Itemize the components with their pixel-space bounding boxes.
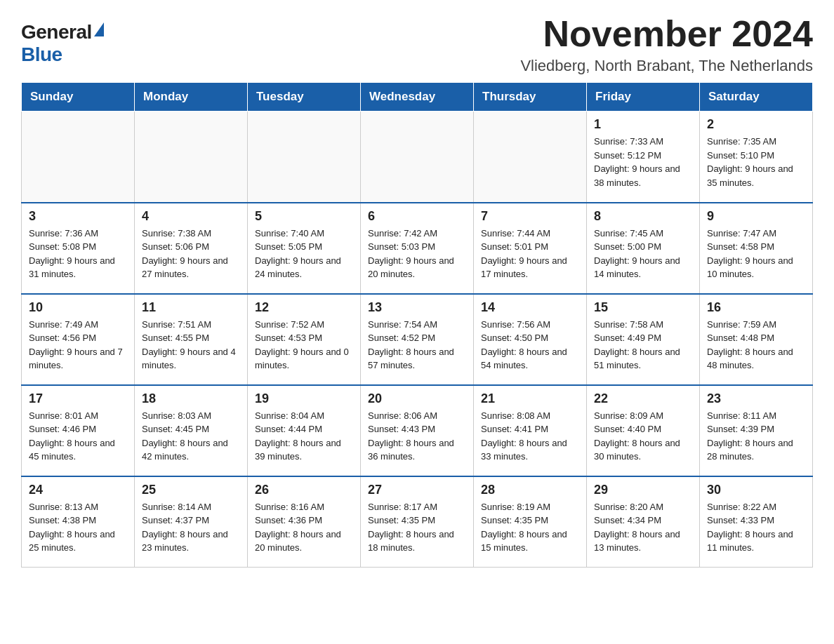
- day-number: 22: [594, 391, 692, 406]
- day-info: Sunrise: 7:42 AM Sunset: 5:03 PM Dayligh…: [368, 227, 466, 281]
- header: General Blue November 2024 Vliedberg, No…: [21, 14, 813, 75]
- week-row-4: 17Sunrise: 8:01 AM Sunset: 4:46 PM Dayli…: [22, 385, 813, 476]
- day-number: 6: [368, 209, 466, 224]
- day-number: 29: [594, 483, 692, 497]
- week-row-3: 10Sunrise: 7:49 AM Sunset: 4:56 PM Dayli…: [22, 294, 813, 385]
- day-number: 11: [142, 300, 240, 315]
- week-row-2: 3Sunrise: 7:36 AM Sunset: 5:08 PM Daylig…: [22, 203, 813, 294]
- calendar-cell: 23Sunrise: 8:11 AM Sunset: 4:39 PM Dayli…: [700, 385, 813, 476]
- day-number: 10: [29, 300, 127, 315]
- day-number: 5: [255, 209, 353, 224]
- header-thursday: Thursday: [474, 83, 587, 112]
- day-info: Sunrise: 7:47 AM Sunset: 4:58 PM Dayligh…: [707, 227, 805, 281]
- day-number: 27: [368, 483, 466, 497]
- day-number: 14: [481, 300, 579, 315]
- header-friday: Friday: [587, 83, 700, 112]
- calendar-cell: [474, 112, 587, 203]
- day-info: Sunrise: 7:58 AM Sunset: 4:49 PM Dayligh…: [594, 318, 692, 373]
- day-info: Sunrise: 8:09 AM Sunset: 4:40 PM Dayligh…: [594, 409, 692, 464]
- day-info: Sunrise: 8:20 AM Sunset: 4:34 PM Dayligh…: [594, 500, 692, 555]
- header-tuesday: Tuesday: [248, 83, 361, 112]
- day-number: 9: [707, 209, 805, 224]
- day-number: 19: [255, 391, 353, 406]
- week-row-5: 24Sunrise: 8:13 AM Sunset: 4:38 PM Dayli…: [22, 476, 813, 568]
- calendar-cell: 28Sunrise: 8:19 AM Sunset: 4:35 PM Dayli…: [474, 476, 587, 568]
- calendar-table: SundayMondayTuesdayWednesdayThursdayFrid…: [21, 82, 813, 568]
- day-info: Sunrise: 8:11 AM Sunset: 4:39 PM Dayligh…: [707, 409, 805, 464]
- calendar-cell: 29Sunrise: 8:20 AM Sunset: 4:34 PM Dayli…: [587, 476, 700, 568]
- day-info: Sunrise: 7:51 AM Sunset: 4:55 PM Dayligh…: [142, 318, 240, 373]
- day-info: Sunrise: 8:17 AM Sunset: 4:35 PM Dayligh…: [368, 500, 466, 555]
- header-monday: Monday: [135, 83, 248, 112]
- calendar-cell: 1Sunrise: 7:33 AM Sunset: 5:12 PM Daylig…: [587, 112, 700, 203]
- calendar-cell: 9Sunrise: 7:47 AM Sunset: 4:58 PM Daylig…: [700, 203, 813, 294]
- day-number: 7: [481, 209, 579, 224]
- day-info: Sunrise: 7:35 AM Sunset: 5:10 PM Dayligh…: [707, 135, 805, 189]
- day-number: 1: [594, 117, 692, 132]
- day-info: Sunrise: 8:04 AM Sunset: 4:44 PM Dayligh…: [255, 409, 353, 464]
- calendar-cell: 13Sunrise: 7:54 AM Sunset: 4:52 PM Dayli…: [361, 294, 474, 385]
- day-number: 17: [29, 391, 127, 406]
- day-number: 13: [368, 300, 466, 315]
- day-info: Sunrise: 7:38 AM Sunset: 5:06 PM Dayligh…: [142, 227, 240, 281]
- day-info: Sunrise: 7:36 AM Sunset: 5:08 PM Dayligh…: [29, 227, 127, 281]
- calendar-cell: 18Sunrise: 8:03 AM Sunset: 4:45 PM Dayli…: [135, 385, 248, 476]
- calendar-cell: 22Sunrise: 8:09 AM Sunset: 4:40 PM Dayli…: [587, 385, 700, 476]
- calendar-cell: 30Sunrise: 8:22 AM Sunset: 4:33 PM Dayli…: [700, 476, 813, 568]
- calendar-cell: 26Sunrise: 8:16 AM Sunset: 4:36 PM Dayli…: [248, 476, 361, 568]
- calendar-cell: 17Sunrise: 8:01 AM Sunset: 4:46 PM Dayli…: [22, 385, 135, 476]
- day-info: Sunrise: 8:14 AM Sunset: 4:37 PM Dayligh…: [142, 500, 240, 555]
- day-number: 25: [142, 483, 240, 497]
- day-number: 2: [707, 117, 805, 132]
- day-info: Sunrise: 8:08 AM Sunset: 4:41 PM Dayligh…: [481, 409, 579, 464]
- day-info: Sunrise: 8:06 AM Sunset: 4:43 PM Dayligh…: [368, 409, 466, 464]
- day-number: 18: [142, 391, 240, 406]
- calendar-cell: 27Sunrise: 8:17 AM Sunset: 4:35 PM Dayli…: [361, 476, 474, 568]
- header-wednesday: Wednesday: [361, 83, 474, 112]
- calendar-cell: 21Sunrise: 8:08 AM Sunset: 4:41 PM Dayli…: [474, 385, 587, 476]
- logo-blue-text: Blue: [21, 43, 62, 66]
- calendar-cell: [361, 112, 474, 203]
- day-number: 3: [29, 209, 127, 224]
- day-info: Sunrise: 7:45 AM Sunset: 5:00 PM Dayligh…: [594, 227, 692, 281]
- calendar-cell: 15Sunrise: 7:58 AM Sunset: 4:49 PM Dayli…: [587, 294, 700, 385]
- day-info: Sunrise: 7:49 AM Sunset: 4:56 PM Dayligh…: [29, 318, 127, 373]
- day-info: Sunrise: 8:16 AM Sunset: 4:36 PM Dayligh…: [255, 500, 353, 555]
- header-saturday: Saturday: [700, 83, 813, 112]
- day-number: 16: [707, 300, 805, 315]
- day-number: 21: [481, 391, 579, 406]
- day-number: 23: [707, 391, 805, 406]
- location-title: Vliedberg, North Brabant, The Netherland…: [520, 57, 813, 75]
- day-number: 28: [481, 483, 579, 497]
- title-area: November 2024 Vliedberg, North Brabant, …: [520, 14, 813, 75]
- month-title: November 2024: [520, 14, 813, 54]
- day-info: Sunrise: 8:22 AM Sunset: 4:33 PM Dayligh…: [707, 500, 805, 555]
- calendar-cell: [135, 112, 248, 203]
- day-number: 12: [255, 300, 353, 315]
- calendar-cell: [248, 112, 361, 203]
- calendar-cell: 25Sunrise: 8:14 AM Sunset: 4:37 PM Dayli…: [135, 476, 248, 568]
- day-number: 15: [594, 300, 692, 315]
- day-number: 26: [255, 483, 353, 497]
- day-info: Sunrise: 7:59 AM Sunset: 4:48 PM Dayligh…: [707, 318, 805, 373]
- week-row-1: 1Sunrise: 7:33 AM Sunset: 5:12 PM Daylig…: [22, 112, 813, 203]
- calendar-cell: 12Sunrise: 7:52 AM Sunset: 4:53 PM Dayli…: [248, 294, 361, 385]
- calendar-cell: [22, 112, 135, 203]
- calendar-cell: 2Sunrise: 7:35 AM Sunset: 5:10 PM Daylig…: [700, 112, 813, 203]
- day-info: Sunrise: 7:54 AM Sunset: 4:52 PM Dayligh…: [368, 318, 466, 373]
- calendar-cell: 3Sunrise: 7:36 AM Sunset: 5:08 PM Daylig…: [22, 203, 135, 294]
- day-info: Sunrise: 8:13 AM Sunset: 4:38 PM Dayligh…: [29, 500, 127, 555]
- weekday-header-row: SundayMondayTuesdayWednesdayThursdayFrid…: [22, 83, 813, 112]
- logo-general-text: General: [21, 21, 92, 43]
- calendar-cell: 10Sunrise: 7:49 AM Sunset: 4:56 PM Dayli…: [22, 294, 135, 385]
- calendar-cell: 11Sunrise: 7:51 AM Sunset: 4:55 PM Dayli…: [135, 294, 248, 385]
- calendar-cell: 4Sunrise: 7:38 AM Sunset: 5:06 PM Daylig…: [135, 203, 248, 294]
- day-number: 24: [29, 483, 127, 497]
- logo-triangle-icon: [94, 22, 104, 36]
- calendar-cell: 20Sunrise: 8:06 AM Sunset: 4:43 PM Dayli…: [361, 385, 474, 476]
- calendar-cell: 14Sunrise: 7:56 AM Sunset: 4:50 PM Dayli…: [474, 294, 587, 385]
- calendar-cell: 5Sunrise: 7:40 AM Sunset: 5:05 PM Daylig…: [248, 203, 361, 294]
- day-number: 4: [142, 209, 240, 224]
- header-sunday: Sunday: [22, 83, 135, 112]
- calendar-cell: 16Sunrise: 7:59 AM Sunset: 4:48 PM Dayli…: [700, 294, 813, 385]
